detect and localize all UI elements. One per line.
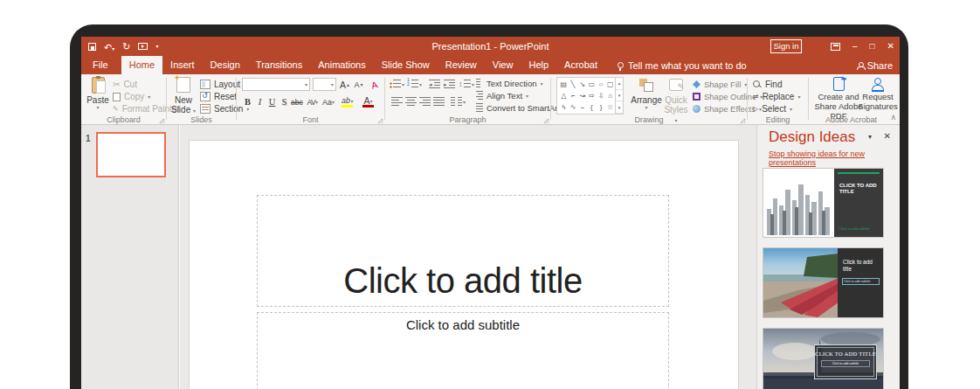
request-signatures-button[interactable]: Request Signatures	[863, 76, 893, 111]
cut-button[interactable]: ✂ Cut	[113, 79, 137, 90]
copy-button[interactable]: Copy ▾	[113, 91, 150, 102]
shapes-gallery[interactable]: ▤ ╲ ↘ ▭ ○ ▢ △ ⌐ ↝ ⇨ ⇩ ⌂ ϟ ∿ ⌣	[556, 77, 624, 115]
slide-page[interactable]: Click to add title Click to add subtitle	[189, 140, 739, 389]
drawing-group-label: Drawing	[551, 115, 747, 124]
tab-home[interactable]: Home	[121, 56, 162, 74]
text-direction-icon	[476, 79, 483, 88]
tab-review[interactable]: Review	[438, 56, 485, 74]
increase-indent-button[interactable]	[442, 78, 457, 91]
scroll-down-icon[interactable]: ▾	[616, 90, 623, 102]
stop-showing-ideas-link[interactable]: Stop showing ideas for new presentations	[769, 149, 900, 167]
shape-icon[interactable]: ∿	[569, 101, 578, 113]
justify-button[interactable]	[431, 95, 446, 108]
font-dialog-launcher-icon[interactable]: ◿	[378, 117, 383, 123]
drawing-dialog-launcher-icon[interactable]: ◿	[741, 117, 745, 123]
shape-icon[interactable]: ▢	[605, 79, 615, 90]
shape-icon[interactable]: ☆	[605, 101, 615, 113]
shape-icon[interactable]: ▭	[587, 79, 597, 90]
strikethrough-button[interactable]: abc	[291, 95, 303, 108]
align-right-button[interactable]	[418, 95, 432, 108]
shape-icon[interactable]: ○	[597, 79, 606, 90]
find-button[interactable]: Find	[753, 79, 782, 90]
align-left-button[interactable]	[390, 95, 404, 108]
font-color-button[interactable]: A▾	[362, 97, 374, 108]
shrink-font-button[interactable]: A▾	[353, 78, 364, 91]
shape-icon[interactable]: ⌂	[605, 90, 615, 101]
shape-icon[interactable]: △	[559, 90, 569, 101]
share-button[interactable]: Share	[857, 56, 893, 74]
font-name-combobox[interactable]: ▾	[242, 78, 310, 91]
shape-icon[interactable]: ⇩	[597, 90, 606, 101]
shape-icon[interactable]: ϟ	[559, 101, 569, 113]
line-spacing-button[interactable]: ▾	[459, 78, 474, 91]
shape-icon[interactable]: }	[597, 101, 606, 113]
character-spacing-button[interactable]: AV▾	[307, 95, 318, 108]
shape-icon[interactable]: ↝	[577, 90, 587, 101]
sign-in-button[interactable]: Sign in	[770, 39, 802, 53]
highlight-color-button[interactable]: ab▾	[342, 97, 353, 108]
ribbon-display-options-icon[interactable]	[831, 43, 840, 51]
tab-acrobat[interactable]: Acrobat	[556, 56, 605, 74]
change-case-button[interactable]: Aa▾	[322, 95, 335, 108]
panel-chevron-down-icon[interactable]: ▾	[868, 133, 872, 141]
shape-icon[interactable]: ⌐	[569, 90, 578, 101]
tab-insert[interactable]: Insert	[162, 56, 203, 74]
new-slide-button[interactable]: New Slide ▾	[170, 76, 197, 115]
shape-icon[interactable]: ╲	[569, 79, 578, 90]
shape-fill-button[interactable]: Shape Fill▾	[693, 79, 747, 90]
close-button[interactable]: ✕	[887, 42, 894, 51]
decrease-indent-button[interactable]	[427, 78, 442, 91]
align-center-button[interactable]	[404, 95, 418, 108]
replace-button[interactable]: ⇄ Replace ▾	[753, 91, 800, 102]
design-idea-thumbnail-3[interactable]: CLICK TO ADD TITLE Click to add subtitle	[763, 328, 884, 389]
collapse-ribbon-icon[interactable]: ∧	[890, 113, 896, 122]
font-size-combobox[interactable]: ▾	[313, 78, 336, 91]
numbering-button[interactable]: ▾	[407, 78, 422, 91]
tab-help[interactable]: Help	[521, 56, 556, 74]
text-shadow-button[interactable]: S	[279, 95, 290, 108]
slide-1-thumbnail[interactable]	[96, 132, 166, 177]
tab-view[interactable]: View	[485, 56, 521, 74]
tab-design[interactable]: Design	[203, 56, 248, 74]
design-idea-thumbnail-2[interactable]: Click to add title Click to add subtitle	[763, 247, 884, 318]
restore-button[interactable]: □	[870, 42, 875, 51]
tab-file[interactable]: File	[85, 56, 116, 74]
tab-animations[interactable]: Animations	[310, 56, 373, 74]
paste-button[interactable]: Paste ▾	[86, 76, 110, 110]
tab-transitions[interactable]: Transitions	[248, 56, 310, 74]
italic-button[interactable]: I	[254, 95, 266, 108]
align-text-button[interactable]: Align Text▾	[476, 90, 528, 101]
clear-formatting-button[interactable]: A	[367, 77, 381, 93]
select-button[interactable]: ▷ Select ▾	[753, 103, 792, 115]
thumbnail-2-title: Click to add title	[843, 259, 880, 273]
slides-group-label: Slides	[167, 115, 236, 124]
shape-icon[interactable]: ⌣	[577, 101, 587, 113]
tab-slide-show[interactable]: Slide Show	[374, 56, 438, 74]
shape-icon[interactable]: {	[587, 101, 597, 113]
bullets-button[interactable]: ▾	[390, 78, 404, 91]
subtitle-placeholder[interactable]: Click to add subtitle	[257, 312, 669, 389]
grow-font-button[interactable]: A▴	[339, 78, 350, 91]
shapes-gallery-scrollbar[interactable]: ▴ ▾ ▾	[615, 78, 623, 114]
text-direction-button[interactable]: Text Direction▾	[476, 78, 543, 89]
bold-button[interactable]: B	[242, 95, 253, 108]
shapes-more-icon[interactable]: ▾	[616, 101, 623, 114]
thumbnail-3-title: CLICK TO ADD TITLE	[815, 345, 876, 358]
columns-button[interactable]: ▾	[451, 95, 466, 108]
slide-thumbnail-panel[interactable]: 1	[81, 125, 179, 389]
scroll-up-icon[interactable]: ▴	[616, 78, 623, 90]
create-share-adobe-pdf-button[interactable]: Create and Share Adobe PDF	[812, 76, 865, 121]
design-idea-thumbnail-1[interactable]: CLICK TO ADD TITLE Click to add subtitle	[763, 168, 884, 238]
shape-icon[interactable]: ▤	[559, 79, 569, 90]
underline-button[interactable]: U	[266, 95, 278, 108]
minimize-button[interactable]: –	[852, 42, 858, 51]
shape-icon[interactable]: ⇨	[587, 90, 597, 101]
title-placeholder[interactable]: Click to add title	[257, 195, 669, 307]
clipboard-dialog-launcher-icon[interactable]: ◿	[160, 117, 164, 123]
arrange-button[interactable]: Arrange ▾	[631, 76, 661, 110]
panel-close-icon[interactable]: ✕	[884, 131, 891, 141]
shape-icon[interactable]: ↘	[577, 79, 587, 90]
tell-me-box[interactable]: Tell me what you want to do	[609, 56, 756, 74]
paragraph-dialog-launcher-icon[interactable]: ◿	[544, 117, 549, 123]
reset-button[interactable]: Reset	[200, 91, 237, 102]
